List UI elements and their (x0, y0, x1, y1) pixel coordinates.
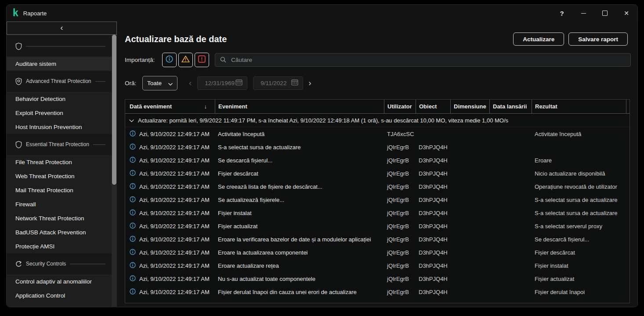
events-table: Dată eveniment↓EvenimentUtilizatorObiect… (125, 99, 630, 303)
section-label: Essential Threat Protection (26, 141, 89, 147)
event-cell: Eroare la actualizarea componentei (215, 246, 384, 259)
column-header-data-lans-rii[interactable]: Data lansării (489, 100, 532, 113)
event-row[interactable]: Azi, 9/10/2022 12:49:17 AMEroare la veri… (125, 233, 630, 246)
shield-icon (15, 141, 22, 148)
minimize-button[interactable] (580, 10, 587, 17)
event-cell: Se creează lista de fișiere de descărcat… (215, 180, 384, 193)
sidebar-item-control-dispozitive[interactable]: Control dispozitive (7, 302, 112, 307)
time-range-dropdown[interactable]: Toate (142, 76, 177, 90)
event-row[interactable]: Azi, 9/10/2022 12:49:17 AMFișier actuali… (125, 219, 630, 233)
event-row[interactable]: Azi, 9/10/2022 12:49:17 AMSe actualizeaz… (125, 193, 630, 206)
column-header-dimensiune[interactable]: Dimensiune (450, 100, 489, 113)
previous-period-button[interactable]: ‹ (189, 79, 192, 87)
section-divider (26, 46, 105, 47)
event-date: Azi, 9/10/2022 12:49:17 AM (139, 197, 210, 203)
event-row[interactable]: Azi, 9/10/2022 12:49:17 AMSe descarcă fi… (125, 154, 630, 167)
event-cell: Eroare la verificarea bazelor de date și… (215, 233, 384, 246)
search-input[interactable] (215, 53, 631, 67)
sidebar-collapse-button[interactable]: ‹ (7, 22, 117, 35)
user-cell: jQIrEgrB (384, 219, 416, 233)
size-cell (450, 206, 489, 219)
event-row[interactable]: Azi, 9/10/2022 12:49:17 AMEroare actuali… (125, 259, 630, 272)
event-date: Azi, 9/10/2022 12:49:17 AM (139, 170, 210, 177)
sidebar-item-network-threat-protection[interactable]: Network Threat Protection (7, 211, 112, 225)
user-cell: jQIrEgrB (384, 193, 416, 206)
titlebar: k Rapoarte ? ✕ (7, 5, 637, 22)
result-cell: Activitate începută (532, 127, 626, 140)
size-cell (450, 233, 489, 246)
sidebar-scrollbar[interactable] (112, 35, 117, 307)
column-header-eveniment[interactable]: Eveniment (215, 100, 384, 113)
date-to-field[interactable]: 9/11/2022 (253, 76, 303, 90)
maximize-button[interactable] (601, 10, 608, 17)
object-cell: D3hPJQ4H (416, 193, 450, 206)
importance-error-filter[interactable] (195, 53, 209, 67)
event-row[interactable]: Azi, 9/10/2022 12:49:17 AMSe creează lis… (125, 180, 630, 193)
window-controls: ? ✕ (558, 10, 637, 17)
importance-warning-filter[interactable] (178, 53, 193, 67)
sidebar: ‹ Auditare sistemAdvanced Threat Protect… (7, 22, 117, 307)
sidebar-item-mail-threat-protection[interactable]: Mail Threat Protection (7, 183, 112, 197)
help-button[interactable]: ? (558, 10, 565, 17)
launch-date-cell (489, 167, 532, 180)
sidebar-item-label: Protecție AMSI (15, 243, 54, 250)
result-cell: S-a selectat sursa de actualizare (532, 206, 626, 219)
event-cell: Eroare actualizare rețea (215, 259, 384, 272)
event-cell: S-a selectat sursa de actualizare (215, 140, 384, 154)
object-cell: D3hPJQ4H (416, 233, 450, 246)
user-cell: TJA6xcSC (384, 127, 416, 140)
sidebar-item-badusb-attack-prevention[interactable]: BadUSB Attack Prevention (7, 225, 112, 239)
launch-date-cell (489, 206, 532, 219)
column-header-utilizator[interactable]: Utilizator (384, 100, 416, 113)
next-period-button[interactable]: › (308, 79, 311, 87)
event-row[interactable]: Azi, 9/10/2022 12:49:17 AMFișier instala… (125, 206, 630, 219)
user-cell: jQIrEgrB (384, 167, 416, 180)
event-row[interactable]: Azi, 9/10/2022 12:49:17 AMActivitate înc… (125, 127, 630, 140)
update-button[interactable]: Actualizare (513, 32, 564, 46)
event-date: Azi, 9/10/2022 12:49:17 AM (139, 289, 210, 295)
sidebar-item-file-threat-protection[interactable]: File Threat Protection (7, 155, 112, 169)
launch-date-cell (489, 154, 532, 167)
event-row[interactable]: Azi, 9/10/2022 12:49:17 AMS-a selectat s… (125, 140, 630, 154)
launch-date-cell (489, 127, 532, 140)
save-report-button[interactable]: Salvare raport (568, 32, 628, 46)
sidebar-item-application-control[interactable]: Application Control (7, 288, 112, 302)
sidebar-item-web-threat-protection[interactable]: Web Threat Protection (7, 169, 112, 183)
sidebar-item-control-adaptiv-al-anomaliilor[interactable]: Control adaptiv al anomaliilor (7, 274, 112, 288)
event-date-cell: Azi, 9/10/2022 12:49:17 AM (125, 259, 215, 272)
size-cell (450, 167, 489, 180)
event-cell: Fișier actualizat (215, 219, 384, 233)
info-icon (130, 196, 136, 204)
result-cell: Fișier instalat (532, 259, 626, 272)
scrollbar-thumb[interactable] (112, 35, 116, 185)
object-cell: D3hPJQ4H (416, 285, 450, 298)
result-cell: Eroare (532, 154, 626, 167)
event-row[interactable]: Azi, 9/10/2022 12:49:17 AMFișier descărc… (125, 167, 630, 180)
chevron-down-icon (168, 79, 173, 87)
sidebar-item-host-intrusion-prevention[interactable]: Host Intrusion Prevention (7, 120, 112, 134)
event-row[interactable]: Azi, 9/10/2022 12:49:17 AMEroare la actu… (125, 246, 630, 259)
sidebar-item-firewall[interactable]: Firewall (7, 197, 112, 211)
window-title: Rapoarte (23, 10, 47, 17)
column-header-rezultat[interactable]: Rezultat (532, 100, 626, 113)
column-header-obiect[interactable]: Obiect (416, 100, 450, 113)
object-cell: D3hPJQ4H (416, 219, 450, 233)
size-cell (450, 219, 489, 233)
close-button[interactable]: ✕ (623, 10, 630, 17)
column-header-dat-eveniment[interactable]: Dată eveniment↓ (125, 100, 215, 113)
update-group-row[interactable]: Actualizare: pornită Ieri, 9/9/2022 11:4… (125, 114, 630, 127)
sidebar-item-protec-ie-amsi[interactable]: Protecție AMSI (7, 239, 112, 253)
importance-info-filter[interactable] (162, 53, 177, 67)
result-cell: Fișier descărcat (532, 246, 626, 259)
date-from-field[interactable]: 12/31/1969 (197, 76, 247, 90)
sidebar-item-label: Mail Threat Protection (15, 187, 73, 194)
event-row[interactable]: Azi, 9/10/2022 12:49:17 AMNu s-au actual… (125, 272, 630, 285)
sidebar-item-exploit-prevention[interactable]: Exploit Prevention (7, 106, 112, 120)
event-cell: Fișier instalat (215, 206, 384, 219)
info-icon (130, 223, 136, 230)
event-row[interactable]: Azi, 9/10/2022 12:49:17 AMFișier derulat… (125, 285, 630, 298)
sidebar-item-behavior-detection[interactable]: Behavior Detection (7, 92, 112, 106)
event-date: Azi, 9/10/2022 12:49:17 AM (139, 157, 210, 164)
chevron-left-icon: ‹ (60, 23, 63, 32)
sidebar-item-auditare-sistem[interactable]: Auditare sistem (7, 57, 112, 71)
